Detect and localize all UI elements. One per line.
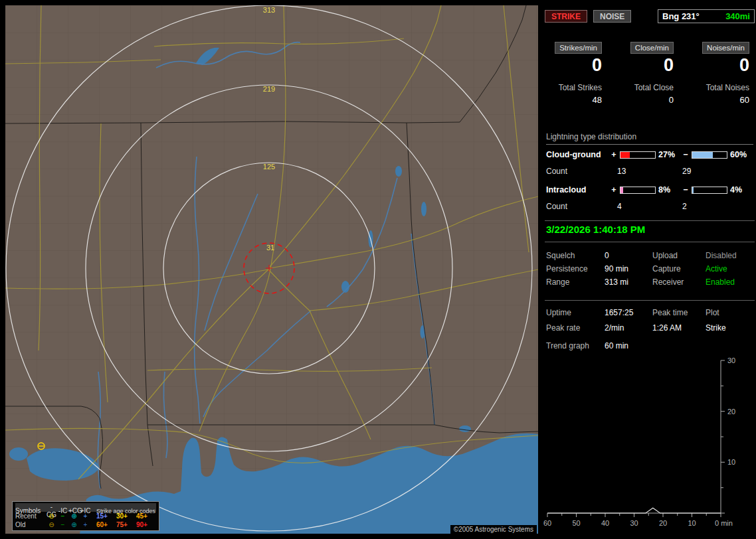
total-close-label: Total Close [618, 83, 674, 92]
x-tick-20: 20 [659, 519, 667, 527]
clock-display: 3/22/2026 1:40:18 PM [546, 224, 645, 235]
close-per-min-label: Close/min [630, 42, 674, 54]
map-legend: Symbols -CG -IC +CG +IC Strike age color… [12, 501, 159, 531]
panel-header: STRIKE NOISE Bng 231° 340mi [545, 9, 755, 23]
close-per-min-value: 0 [618, 55, 674, 75]
graph-tick-labels: 30 20 10 60 50 40 30 20 10 0 min [543, 356, 735, 527]
y-tick-30: 30 [727, 356, 735, 364]
noises-column: Noises/min 0 Total Noises 60 [691, 42, 749, 105]
divider [545, 242, 755, 242]
status-panel: STRIKE NOISE Bng 231° 340mi Strikes/min … [543, 0, 756, 539]
pos-ic-recent-icon: + [80, 512, 91, 520]
x-tick-50: 50 [572, 519, 580, 527]
plot-label: Plot [706, 306, 755, 319]
close-column: Close/min 0 Total Close 0 [618, 42, 674, 105]
intracloud-count-row: Count 4 2 [546, 202, 755, 211]
strike-mode-button[interactable]: STRIKE [545, 10, 587, 23]
ring-label-219: 219 [263, 85, 275, 93]
x-tick-10: 10 [688, 519, 696, 527]
minus-sign: − [682, 185, 689, 194]
noises-per-min-value: 0 [691, 55, 749, 75]
cloud-ground-row: Cloud-ground + 27% − 60% [546, 150, 755, 159]
trend-graph: 30 20 10 60 50 40 30 20 10 0 min [543, 355, 756, 539]
copyright-text: ©2005 Astrogenic Systems [450, 525, 537, 534]
minus-sign: − [682, 150, 689, 159]
age-15: 15+ [96, 512, 116, 520]
neg-cg-recent-icon: ⊖ [46, 512, 57, 520]
settings-row-1: Squelch 0 Upload Disabled [546, 249, 755, 262]
receiver-status: Enabled [706, 275, 755, 289]
strikes-per-min-label: Strikes/min [555, 42, 602, 54]
neg-ic-old-icon: − [57, 521, 68, 529]
peak-rate-label: Peak rate [546, 321, 605, 335]
age-45: 45+ [136, 512, 156, 520]
x-tick-0: 0 min [715, 519, 733, 527]
squelch-value: 0 [605, 249, 652, 262]
upload-status: Disabled [706, 249, 755, 262]
legend-old-label: Old [15, 521, 46, 529]
cloud-ground-label: Cloud-ground [546, 150, 608, 159]
persistence-label: Persistence [546, 262, 605, 275]
ic-plus-count: 4 [611, 202, 676, 211]
pos-cg-recent-icon: ⊕ [68, 512, 80, 520]
trend-graph-label: Trend graph [546, 341, 605, 350]
ring-label-313: 313 [263, 6, 275, 14]
plot-mode-value: Strike [706, 321, 755, 335]
squelch-label: Squelch [546, 249, 605, 262]
count-label: Count [546, 167, 611, 176]
legend-row-recent: Recent ⊖ − ⊕ + 15+ 30+ 45+ [15, 512, 156, 520]
capture-label: Capture [652, 262, 706, 275]
noises-per-min-label: Noises/min [702, 42, 749, 54]
trend-line [547, 508, 721, 513]
cg-plus-pct: 27% [658, 150, 680, 159]
upload-label: Upload [652, 249, 706, 262]
persistence-value: 90 min [605, 262, 652, 275]
bearing-readout: Bng 231° 340mi [658, 9, 755, 23]
x-tick-60: 60 [543, 519, 551, 527]
pos-cg-old-icon: ⊕ [68, 521, 80, 529]
strikes-column: Strikes/min 0 Total Strikes 48 [545, 42, 602, 105]
trend-window-value: 60 min [605, 341, 755, 350]
receiver-label: Receiver [652, 275, 706, 289]
ring-label-31: 31 [266, 244, 274, 252]
map-canvas[interactable]: 313 219 125 31 [5, 5, 538, 534]
age-75: 75+ [116, 521, 136, 529]
capture-status: Active [706, 262, 755, 275]
graph-axes [547, 360, 725, 517]
settings-row-3: Range 313 mi Receiver Enabled [546, 275, 755, 289]
total-noises-value: 60 [691, 95, 749, 105]
ic-minus-bar [692, 187, 727, 194]
y-tick-20: 20 [727, 408, 735, 416]
noise-mode-button[interactable]: NOISE [593, 10, 631, 23]
total-strikes-label: Total Strikes [545, 83, 602, 92]
settings-row-2: Persistence 90 min Capture Active [546, 262, 755, 275]
ring-label-125: 125 [263, 163, 275, 171]
bearing-distance: 340mi [725, 11, 750, 21]
ic-plus-bar [620, 187, 656, 194]
neg-cg-old-icon: ⊖ [46, 521, 57, 529]
range-label: Range [546, 275, 605, 289]
bearing-value: Bng 231° [662, 11, 700, 21]
cg-plus-count: 13 [611, 167, 676, 176]
age-30: 30+ [116, 512, 136, 520]
cg-minus-pct: 60% [730, 150, 751, 159]
ic-plus-pct: 8% [658, 185, 680, 194]
stats-row-1: Uptime 1657:25 Peak time Plot [546, 306, 755, 319]
uptime-value: 1657:25 [605, 306, 652, 319]
peak-rate-value: 2/min [605, 321, 652, 335]
count-label: Count [546, 202, 611, 211]
legend-recent-label: Recent [15, 512, 46, 520]
intracloud-label: Intracloud [546, 185, 608, 194]
intracloud-row: Intracloud + 8% − 4% [546, 185, 755, 194]
plus-sign: + [611, 185, 617, 194]
divider [545, 300, 755, 301]
ic-minus-pct: 4% [730, 185, 751, 194]
age-90: 90+ [136, 521, 156, 529]
uptime-label: Uptime [546, 306, 605, 319]
stats-row-2: Peak rate 2/min 1:26 AM Strike [546, 321, 755, 335]
neg-ic-recent-icon: − [57, 512, 68, 520]
age-60: 60+ [96, 521, 116, 529]
cg-minus-bar [692, 151, 727, 159]
total-close-value: 0 [618, 95, 674, 105]
legend-row-old: Old ⊖ − ⊕ + 60+ 75+ 90+ [15, 520, 156, 529]
